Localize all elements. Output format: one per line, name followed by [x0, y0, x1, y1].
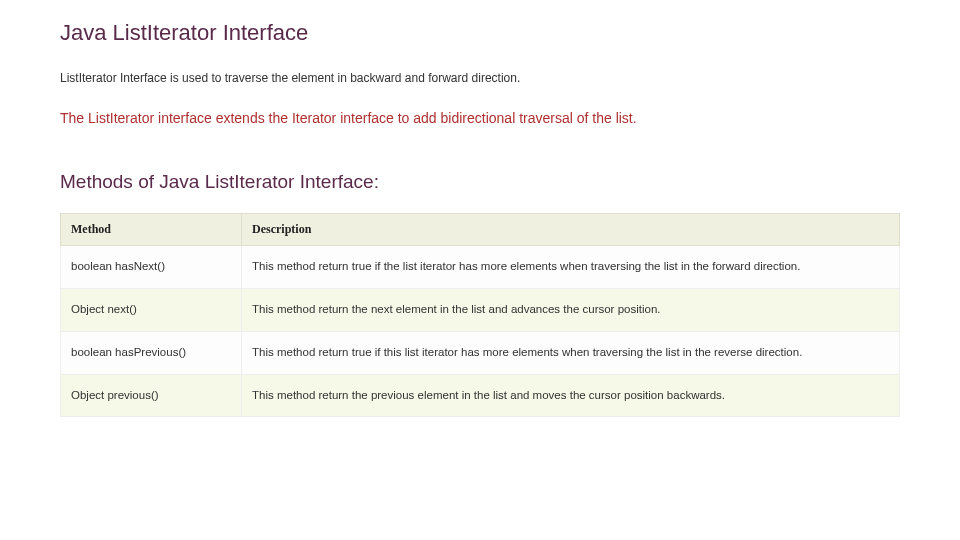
table-row: boolean hasNext() This method return tru… — [61, 246, 900, 289]
cell-method: Object previous() — [61, 374, 242, 417]
cell-method: Object next() — [61, 288, 242, 331]
table-row: Object next() This method return the nex… — [61, 288, 900, 331]
table-row: boolean hasPrevious() This method return… — [61, 331, 900, 374]
col-header-description: Description — [242, 214, 900, 246]
cell-description: This method return the next element in t… — [242, 288, 900, 331]
cell-description: This method return true if the list iter… — [242, 246, 900, 289]
col-header-method: Method — [61, 214, 242, 246]
cell-method: boolean hasPrevious() — [61, 331, 242, 374]
highlight-text: The ListIterator interface extends the I… — [60, 110, 900, 126]
cell-method: boolean hasNext() — [61, 246, 242, 289]
cell-description: This method return true if this list ite… — [242, 331, 900, 374]
intro-text: ListIterator Interface is used to traver… — [60, 71, 900, 85]
methods-table: Method Description boolean hasNext() Thi… — [60, 213, 900, 417]
table-row: Object previous() This method return the… — [61, 374, 900, 417]
page-title: Java ListIterator Interface — [60, 20, 900, 46]
methods-subheading: Methods of Java ListIterator Interface: — [60, 171, 900, 193]
cell-description: This method return the previous element … — [242, 374, 900, 417]
